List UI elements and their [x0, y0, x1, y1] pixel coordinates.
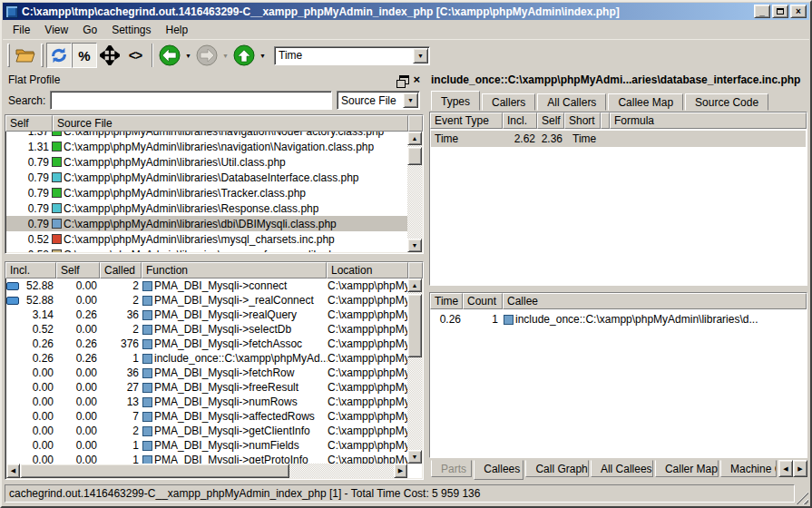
tab-scroll-right-button[interactable]: ▶ [793, 460, 807, 477]
scrollbar-track[interactable] [407, 292, 422, 450]
column-header-incl[interactable]: Incl. [5, 262, 56, 278]
scroll-right-button[interactable]: ▶ [394, 464, 407, 478]
column-header-self[interactable]: Self [5, 115, 53, 132]
minimize-button[interactable]: _ [754, 5, 770, 18]
self-value: 0.79 [6, 202, 52, 215]
split-direction-button[interactable]: <> [122, 43, 148, 68]
group-by-combobox[interactable]: Source File ▼ [337, 91, 420, 110]
cycle-detection-button[interactable] [46, 43, 72, 68]
tab-caller-map[interactable]: Caller Map [655, 460, 719, 477]
dock-title-bar[interactable]: Flat Profile × [5, 71, 424, 88]
column-header-event-type[interactable]: Event Type [430, 112, 503, 129]
toolbar-handle[interactable] [7, 44, 10, 67]
horizontal-splitter[interactable] [5, 254, 424, 261]
forward-dropdown-arrow[interactable]: ▼ [220, 43, 231, 68]
source-file-row[interactable]: 1.31C:\xampp\phpMyAdmin\libraries\naviga… [6, 139, 407, 154]
tab-callee-map[interactable]: Callee Map [608, 93, 683, 111]
column-header-called[interactable]: Called [100, 262, 142, 278]
tab-callers[interactable]: Callers [482, 93, 535, 111]
back-button[interactable] [157, 43, 182, 68]
function-row[interactable]: 0.260.26376PMA_DBI_Mysqli->fetchAssocC:\… [6, 337, 407, 351]
tab-scroll-left-button[interactable]: ◀ [778, 460, 793, 477]
scrollbar-track[interactable] [20, 464, 394, 478]
callee-row[interactable]: 0.261include_once::C:\xampp\phpMyAdmin\l… [431, 311, 806, 327]
event-type-row[interactable]: Time2.622.36Time [431, 131, 806, 147]
vertical-scrollbar[interactable]: ▲ ▼ [407, 132, 422, 252]
dock-float-icon[interactable] [399, 75, 409, 84]
column-header-short[interactable]: Short [564, 112, 601, 129]
function-row[interactable]: 0.520.002PMA_DBI_Mysqli->selectDbC:\xamp… [6, 322, 407, 337]
close-button[interactable]: × [790, 5, 807, 18]
column-header-time[interactable]: Time [430, 293, 463, 309]
scroll-up-button[interactable]: ▲ [407, 278, 422, 292]
title-bar[interactable]: C:\xampp\tmp\cachegrind.out.1416463299-C… [3, 3, 809, 20]
function-row[interactable]: 0.000.0027PMA_DBI_Mysqli->freeResultC:\x… [6, 380, 407, 395]
tab-all-callers[interactable]: All Callers [537, 93, 606, 111]
menu-item-settings[interactable]: Settings [105, 22, 157, 38]
scroll-left-button[interactable]: ◀ [6, 464, 20, 478]
menu-item-view[interactable]: View [38, 22, 74, 38]
column-header-function[interactable]: Function [142, 262, 327, 278]
combobox-dropdown-button[interactable]: ▼ [413, 48, 428, 64]
tab-source-code[interactable]: Source Code [685, 93, 768, 111]
forward-button[interactable] [194, 43, 220, 68]
source-file-row[interactable]: 0.79C:\xampp\phpMyAdmin\libraries\Tracke… [6, 185, 407, 200]
function-row[interactable]: 0.000.0013PMA_DBI_Mysqli->numRowsC:\xamp… [6, 395, 407, 409]
function-row[interactable]: 52.880.002PMA_DBI_Mysqli->_realConnectC:… [6, 293, 407, 308]
column-header-callee[interactable]: Callee [503, 293, 807, 309]
scrollbar-track[interactable] [407, 145, 422, 239]
function-row[interactable]: 0.260.261include_once::C:\xampp\phpMyAd.… [6, 351, 407, 366]
relative-percent-button[interactable]: % [72, 43, 97, 68]
tab-all-callees[interactable]: All Callees [591, 460, 653, 477]
maximize-button[interactable] [772, 5, 788, 18]
function-row[interactable]: 0.000.002PMA_DBI_Mysqli->getClientInfoC:… [6, 424, 407, 438]
column-header-self[interactable]: Self [537, 112, 564, 129]
source-file-row[interactable]: 0.52C:\xampp\phpMyAdmin\libraries\mysql_… [6, 231, 407, 247]
source-file-row[interactable]: 0.79C:\xampp\phpMyAdmin\libraries\dbi\DB… [6, 216, 407, 231]
column-header-source-file[interactable]: Source File [53, 115, 408, 132]
tab-call-graph[interactable]: Call Graph [525, 460, 589, 477]
vertical-scrollbar[interactable]: ▲ ▼ [407, 278, 422, 464]
column-header-self[interactable]: Self [56, 262, 100, 278]
source-file-row[interactable]: 0.79C:\xampp\phpMyAdmin\libraries\Respon… [6, 200, 407, 216]
tab-machine-c[interactable]: Machine C [720, 460, 777, 477]
function-row[interactable]: 3.140.2636PMA_DBI_Mysqli->realQueryC:\xa… [6, 308, 407, 322]
up-button[interactable] [231, 43, 257, 68]
source-file-row[interactable]: 0.79C:\xampp\phpMyAdmin\libraries\Util.c… [6, 154, 407, 170]
column-header-count[interactable]: Count [463, 293, 503, 309]
horizontal-scrollbar[interactable]: ◀ ▶ [6, 464, 407, 478]
source-file-row[interactable]: 0.52C:\xampp\phpMyAdmin\libraries\user_p… [6, 247, 407, 252]
source-file-row[interactable]: 0.79C:\xampp\phpMyAdmin\libraries\Databa… [6, 170, 407, 185]
scroll-down-button[interactable]: ▼ [407, 239, 422, 252]
event-type-combobox[interactable]: Time ▼ [274, 46, 430, 65]
scrollbar-thumb[interactable] [407, 147, 422, 165]
menu-item-go[interactable]: Go [76, 22, 103, 38]
resize-grip[interactable] [796, 492, 808, 504]
column-header-incl[interactable]: Incl. [503, 112, 537, 129]
column-header-formula[interactable]: Formula [610, 112, 807, 129]
menu-item-file[interactable]: File [6, 22, 36, 38]
function-row[interactable]: 0.000.0036PMA_DBI_Mysqli->fetchRowC:\xam… [6, 366, 407, 380]
tab-types[interactable]: Types [431, 91, 480, 111]
combobox-dropdown-button[interactable]: ▼ [403, 93, 418, 108]
dock-menu-button[interactable] [97, 43, 122, 68]
menu-item-help[interactable]: Help [160, 22, 195, 38]
toolbar-handle[interactable] [41, 44, 44, 67]
dock-close-icon[interactable]: × [413, 73, 420, 85]
tab-callees[interactable]: Callees [474, 460, 523, 480]
search-input[interactable] [50, 91, 332, 110]
open-file-button[interactable] [13, 43, 38, 68]
scroll-down-button[interactable]: ▼ [407, 450, 422, 464]
function-row[interactable]: 0.000.007PMA_DBI_Mysqli->affectedRowsC:\… [6, 409, 407, 424]
up-dropdown-arrow[interactable]: ▼ [257, 43, 269, 68]
function-row[interactable]: 52.880.002PMA_DBI_Mysqli->connectC:\xamp… [6, 278, 407, 293]
function-row[interactable]: 0.000.001PMA_DBI_Mysqli->getProtoInfoC:\… [6, 453, 407, 464]
source-file-row[interactable]: 1.37C:\xampp\phpMyAdmin\libraries\naviga… [6, 132, 407, 139]
scrollbar-thumb[interactable] [407, 294, 422, 357]
scrollbar-thumb[interactable] [20, 464, 289, 478]
scroll-up-button[interactable]: ▲ [407, 132, 422, 145]
forward-arrow-icon [196, 44, 218, 66]
column-header-location[interactable]: Location [327, 262, 408, 278]
function-row[interactable]: 0.000.001PMA_DBI_Mysqli->numFieldsC:\xam… [6, 438, 407, 453]
back-dropdown-arrow[interactable]: ▼ [182, 43, 194, 68]
